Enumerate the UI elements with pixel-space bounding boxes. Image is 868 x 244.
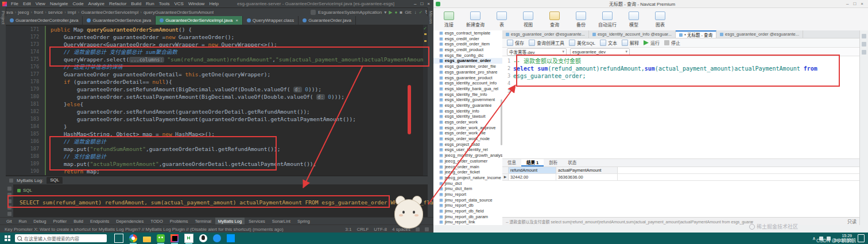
tree-item[interactable]: ▦jeecg_order_ticket <box>433 169 502 175</box>
grid-cell[interactable]: 36363636.00 <box>556 174 618 180</box>
line-number[interactable]: 186 <box>6 138 46 145</box>
document-tab[interactable]: esgs_guarantee_order @esguarante... <box>502 30 589 38</box>
menu-edit[interactable]: Edit <box>21 1 33 6</box>
close-icon[interactable]: × <box>861 1 863 6</box>
toolbar-button-模型[interactable]: 模型 <box>621 11 647 28</box>
tree-item[interactable]: ▦esgs_identity_bank_gua_rel <box>433 86 502 92</box>
line-number[interactable]: 187 <box>6 145 46 153</box>
breadcrumb-item[interactable]: queryGuaranteeOrderSumAmount <box>144 10 214 15</box>
status-widget[interactable]: UTF-8 <box>374 227 387 232</box>
qq-icon[interactable] <box>199 234 207 242</box>
tree-item[interactable]: ▦esgs_identity_guarantee <box>433 103 502 109</box>
close-tab-icon[interactable]: × <box>235 18 238 23</box>
tree-item[interactable]: ▦esgs_project_bidd <box>433 142 502 148</box>
line-number[interactable]: 4 <box>502 80 513 87</box>
task-view-icon[interactable] <box>114 234 123 243</box>
column-header[interactable]: refundAmount <box>509 167 556 173</box>
line-number[interactable]: 175 <box>6 56 46 63</box>
menu-run[interactable]: Run <box>144 1 157 6</box>
editor-tab[interactable]: QueryWrapper.class <box>243 16 299 25</box>
project-toolwindow-button[interactable]: Project <box>1 11 6 24</box>
run-config-selector[interactable]: EsguaranteeSystemApplication <box>318 10 382 15</box>
tree-item[interactable]: ▦jeecg_order_customer <box>433 158 502 164</box>
line-number[interactable]: 189 <box>6 160 46 168</box>
tree-item[interactable]: ▦esgs_file_config_dic <box>433 53 502 59</box>
query-button-文本[interactable]: 文本 <box>600 40 617 46</box>
tree-item[interactable]: ▦esgs_identity_lawsuit <box>433 114 502 119</box>
editor-tab[interactable]: GuaranteeOrderServiceImpl.java× <box>156 16 243 25</box>
close-icon[interactable]: × <box>427 1 430 6</box>
status-message[interactable]: Key Promoter X: Want to create a shortcu… <box>5 227 284 232</box>
code-editor[interactable]: 171public Map queryGuaranteeOrderSumAmou… <box>6 25 423 177</box>
grid-cell[interactable]: 32442.00 <box>509 174 556 180</box>
connection-select[interactable]: 中发黑等-dev ▾ <box>507 48 567 56</box>
status-widget[interactable]: 3:1 <box>345 227 351 232</box>
menu-build[interactable]: Build <box>129 1 144 6</box>
toolbar-button-新建查询[interactable]: 新建查询 <box>462 11 489 28</box>
logged-sql-statement[interactable]: SELECT sum(refund_amount) refundAmount, … <box>17 199 428 206</box>
maven-toolwindow-button[interactable]: Maven <box>428 11 433 24</box>
editor-tab[interactable]: GuaranteeOrder.java <box>299 16 356 25</box>
log-sql-tab[interactable]: SQL <box>46 177 63 184</box>
tree-item[interactable]: ▦esgs_identity_file_info <box>433 92 502 98</box>
message-pane-icon[interactable] <box>862 42 866 47</box>
toolbar-button-自动运行[interactable]: 自动运行 <box>594 11 621 28</box>
tree-item[interactable]: ▦jimu_report_link <box>433 219 502 225</box>
tree-item[interactable]: ▦jimu_report_db <box>433 203 502 208</box>
taskbar-search[interactable]: 在这里输入你要搜索的内容 <box>15 234 107 242</box>
tree-item[interactable]: ▦jimu_report_db_field <box>433 208 502 214</box>
start-button[interactable] <box>5 235 10 241</box>
editor-scrollbar[interactable] <box>423 25 428 176</box>
result-tab-信息[interactable]: 信息 <box>502 159 521 166</box>
document-tab[interactable]: * 无标题 - 查询 <box>676 30 716 38</box>
tree-item[interactable]: ▦jimu_report <box>433 192 502 197</box>
row-marker[interactable]: ▶ <box>502 174 509 180</box>
tree-item[interactable]: ▦jimu_report_db_param <box>433 214 502 220</box>
tree-item[interactable]: ▦esgs_order_work_node <box>433 136 502 142</box>
folder-icon[interactable] <box>143 237 151 242</box>
run-icon[interactable]: ▶ <box>389 10 392 15</box>
editor-tab[interactable]: GuaranteeOrderController.java <box>6 16 83 25</box>
line-number[interactable]: 3 <box>502 72 513 80</box>
log-menu-icon[interactable] <box>9 179 13 183</box>
menu-navigate[interactable]: Navigate <box>48 1 71 6</box>
line-number[interactable]: 180 <box>6 93 46 100</box>
tree-item[interactable]: ▦esgs_guarantee_order_file <box>433 64 502 69</box>
menu-window[interactable]: Window <box>186 1 207 6</box>
line-number[interactable]: 2 <box>502 65 513 72</box>
minimize-icon[interactable]: – <box>414 1 416 6</box>
document-tab[interactable]: esgs_guarantee_order @esguarante... <box>716 30 803 38</box>
debug-icon[interactable]: ● <box>394 10 397 15</box>
tree-item[interactable]: ▦esgs_guarantee_pro_share <box>433 69 502 75</box>
navigation-pane-icon[interactable] <box>862 34 866 38</box>
history-pane-icon[interactable] <box>862 50 866 55</box>
tray-expand-icon[interactable]: ∧ <box>812 236 816 241</box>
line-number[interactable]: 177 <box>6 71 46 78</box>
line-number[interactable]: 5 <box>502 87 513 95</box>
column-header[interactable]: actualPaymentAmount <box>556 167 618 173</box>
editor-tab[interactable]: GuaranteeOrderService.java <box>83 16 156 25</box>
toolbar-button-备份[interactable]: 备份 <box>568 11 594 28</box>
log-rerun-icon[interactable] <box>7 187 11 191</box>
tree-item[interactable]: ▦esgs_credit_product <box>433 47 502 53</box>
tree-item[interactable]: ▦jimu_report_data_source <box>433 197 502 203</box>
build-hammer-icon[interactable] <box>311 10 316 15</box>
line-number[interactable]: 185 <box>6 130 46 138</box>
line-number[interactable]: 176 <box>6 63 46 71</box>
tree-item[interactable]: ▦jimu_dict <box>433 181 502 187</box>
wechat-icon[interactable] <box>157 234 165 242</box>
line-number[interactable]: 171 <box>6 26 46 33</box>
log-filter-icon[interactable] <box>7 199 11 203</box>
menu-refactor[interactable]: Refactor <box>107 1 129 6</box>
database-select[interactable]: esguarantee_dev ▾ <box>570 48 630 56</box>
tree-item[interactable]: ▦jimu_dict_item <box>433 186 502 192</box>
chevron-down-icon[interactable]: ▾ <box>384 10 386 15</box>
tree-item[interactable]: ▦esgs_order_work_approve <box>433 125 502 131</box>
line-number[interactable]: 190 <box>6 168 46 175</box>
menu-file[interactable]: File <box>9 1 21 6</box>
line-number[interactable]: 1 <box>502 57 513 65</box>
line-number[interactable]: 173 <box>6 41 46 48</box>
line-number[interactable]: 182 <box>6 108 46 115</box>
line-number[interactable]: 172 <box>6 33 46 41</box>
git-update-icon[interactable]: ↓ <box>414 10 417 15</box>
